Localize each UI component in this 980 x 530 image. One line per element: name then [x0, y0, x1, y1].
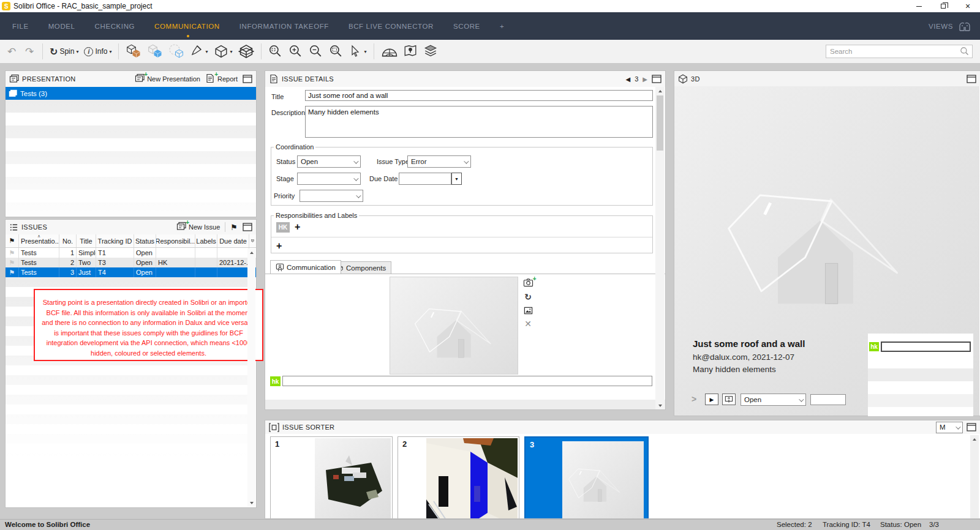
responsible-badge[interactable]: HK	[276, 222, 290, 233]
add-label-button[interactable]: +	[276, 241, 282, 251]
detach-panel-icon[interactable]	[652, 75, 662, 83]
menu-views[interactable]: VIEWS	[929, 20, 980, 32]
undo-button[interactable]: ↶	[4, 42, 20, 61]
presentation-panel: PRESENTATION + New Presentation + Report…	[5, 70, 257, 217]
restore-button[interactable]	[931, 0, 956, 12]
comment-input[interactable]	[282, 376, 652, 386]
update-snapshot-button[interactable]: ↻	[522, 291, 533, 302]
show-components-button[interactable]	[124, 42, 143, 61]
issue-description-textarea[interactable]: Many hidden elements	[305, 106, 653, 138]
due-date-picker-button[interactable]: ▼	[451, 173, 462, 185]
tab-communication[interactable]: Communication	[270, 260, 341, 274]
close-button[interactable]: ×	[956, 0, 980, 12]
search-input[interactable]	[826, 48, 960, 55]
redo-button[interactable]: ↷	[21, 42, 37, 61]
zoom-fit-button[interactable]	[266, 42, 285, 61]
issues-scrollbar[interactable]	[247, 248, 255, 507]
detach-panel-icon[interactable]	[243, 75, 252, 83]
sorter-thumbnail-2[interactable]: 2	[398, 436, 519, 519]
presentation-item-tests[interactable]: Tests (3)	[6, 87, 256, 100]
scrollbar-thumb[interactable]	[657, 95, 663, 151]
zoom-in-button[interactable]	[287, 42, 305, 61]
menu-file[interactable]: FILE	[12, 23, 29, 30]
markup-button[interactable]: ▾	[188, 42, 209, 61]
column-responsible[interactable]: Responsibil...	[156, 234, 195, 247]
issue-row-1[interactable]: ⚑ Tests 1 Simple T1 Open	[6, 248, 256, 258]
scroll-down-icon[interactable]	[247, 499, 255, 507]
new-snapshot-button[interactable]: +	[522, 278, 533, 289]
presentation-header: PRESENTATION + New Presentation + Report	[6, 71, 256, 87]
zoom-window-button[interactable]	[327, 42, 345, 61]
spin-button[interactable]: ↻ Spin ▾	[48, 42, 80, 61]
select-button[interactable]: ▾	[347, 42, 369, 61]
next-issue-button[interactable]: ▶	[643, 76, 647, 83]
prev-issue-button[interactable]: ◀	[625, 76, 630, 83]
scroll-up-icon[interactable]	[655, 87, 665, 95]
stage-combo[interactable]	[297, 173, 361, 185]
page-indicator: 3	[635, 75, 638, 83]
screencast-button[interactable]	[722, 394, 736, 405]
side-comment-input[interactable]	[881, 342, 971, 352]
detach-panel-icon[interactable]	[967, 75, 976, 83]
column-title[interactable]: Title	[77, 234, 96, 247]
status-combo[interactable]: Open	[297, 155, 361, 168]
column-flag[interactable]: ⚑	[6, 234, 19, 247]
issue-snapshot-image[interactable]	[390, 277, 518, 375]
issue-title-input[interactable]	[305, 90, 653, 101]
priority-combo[interactable]	[300, 190, 363, 202]
flag-filter-icon[interactable]: ⚑	[230, 223, 238, 231]
issue-type-combo[interactable]: Error	[407, 155, 471, 168]
sorter-thumbnail-1[interactable]: 1	[270, 436, 393, 519]
play-presentation-button[interactable]: ▶	[705, 394, 718, 405]
report-button[interactable]: + Report	[205, 73, 238, 84]
remove-snapshot-button[interactable]: ✕	[522, 318, 533, 329]
menu-information-takeoff[interactable]: INFORMATION TAKEOFF	[239, 23, 329, 30]
attach-image-button[interactable]	[522, 305, 533, 316]
map-button[interactable]	[402, 42, 420, 61]
menu-model[interactable]: MODEL	[48, 23, 75, 30]
issue-row-2[interactable]: ⚑ Tests 2 Two T3 Open HK 2021-12-...	[6, 258, 256, 267]
detach-panel-icon[interactable]	[243, 223, 252, 231]
hide-components-button[interactable]	[145, 42, 165, 61]
column-presentation[interactable]: ∧Presentatio...	[19, 234, 59, 247]
add-responsible-button[interactable]: +	[295, 222, 300, 232]
view-direction-button[interactable]: ▾	[212, 42, 235, 61]
details-scrollbar[interactable]	[655, 87, 665, 409]
new-presentation-button[interactable]: + New Presentation	[135, 73, 200, 84]
scroll-up-icon[interactable]	[970, 435, 979, 443]
scroll-up-icon[interactable]	[247, 248, 255, 256]
new-issue-button[interactable]: + New Issue	[176, 222, 220, 233]
menu-bcf-live-connector[interactable]: BCF LIVE CONNECTOR	[349, 23, 434, 30]
column-labels[interactable]: Labels	[195, 234, 217, 247]
column-tracking-id[interactable]: Tracking ID	[96, 234, 134, 247]
thumbnail-size-combo[interactable]: M	[936, 422, 963, 433]
zoom-out-button[interactable]	[307, 42, 325, 61]
viewer-status-combo[interactable]: Open	[741, 394, 806, 406]
sorter-thumbnail-3-selected[interactable]: 3	[524, 436, 649, 519]
transparent-components-button[interactable]	[167, 42, 186, 61]
section-plane-button[interactable]	[236, 42, 256, 61]
column-status[interactable]: Status	[134, 234, 156, 247]
table-config-button[interactable]	[249, 234, 256, 247]
expand-chevron-icon[interactable]: >	[692, 394, 696, 404]
due-date-input[interactable]	[399, 173, 451, 185]
viewer-quick-input[interactable]	[810, 394, 846, 405]
sorter-scrollbar[interactable]	[970, 435, 979, 518]
info-button[interactable]: i Info ▾	[82, 42, 113, 61]
footprint-button[interactable]	[379, 42, 400, 61]
menu-checking[interactable]: CHECKING	[95, 23, 135, 30]
column-no[interactable]: No.	[59, 234, 77, 247]
menu-add-tab[interactable]: +	[500, 23, 504, 30]
menu-score[interactable]: SCORE	[453, 23, 480, 30]
issue-row-3-selected[interactable]: ⚑ Tests 3 Just T4 Open	[6, 267, 256, 277]
toolbar-separator	[42, 43, 43, 59]
house-model-3d[interactable]	[677, 141, 953, 325]
detach-panel-icon[interactable]	[967, 423, 976, 431]
thumbnail-image-house	[562, 441, 644, 519]
row-flag-icon: ⚑	[9, 250, 15, 256]
scroll-down-icon[interactable]	[655, 401, 665, 409]
column-due-date[interactable]: Due date	[217, 234, 249, 247]
layers-button[interactable]	[422, 42, 440, 61]
menu-communication[interactable]: COMMUNICATION	[154, 23, 220, 30]
minimize-button[interactable]	[907, 0, 931, 12]
